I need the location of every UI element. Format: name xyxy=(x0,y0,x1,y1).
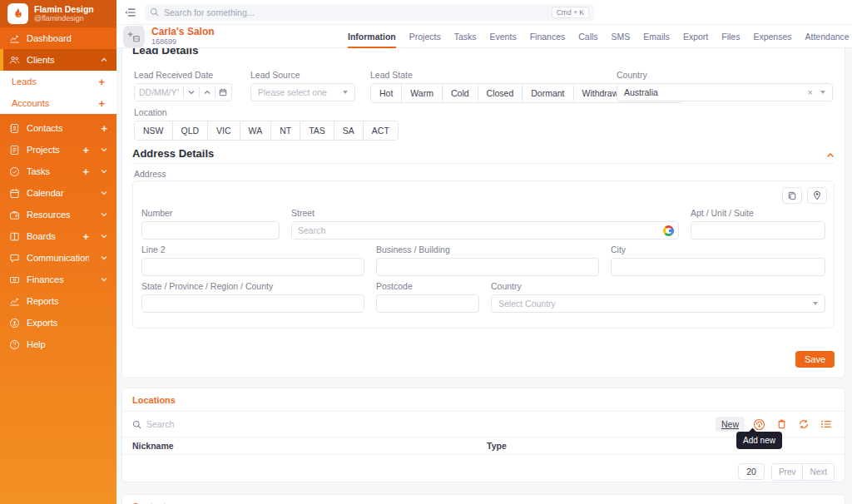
sidebar-item-accounts[interactable]: Accounts + xyxy=(0,92,116,114)
topbar: Search for something... Cmd + K xyxy=(116,0,852,25)
tab-export[interactable]: Export xyxy=(683,25,708,48)
tab-tasks[interactable]: Tasks xyxy=(454,25,477,48)
document-icon xyxy=(9,145,20,156)
lead-state-option-cold[interactable]: Cold xyxy=(442,84,478,102)
location-option-tas[interactable]: TAS xyxy=(300,121,334,140)
add-new-link[interactable]: New xyxy=(716,417,745,432)
tab-calls[interactable]: Calls xyxy=(578,25,597,48)
sidebar-item-projects[interactable]: Projects + xyxy=(0,139,116,161)
copy-icon[interactable] xyxy=(782,187,802,204)
lead-state-option-warm[interactable]: Warm xyxy=(401,84,442,102)
lead-country-label: Country xyxy=(617,70,833,80)
lead-received-date-input[interactable] xyxy=(135,84,183,101)
sidebar-collapse-icon[interactable] xyxy=(125,7,136,17)
lead-state-option-hot[interactable]: Hot xyxy=(371,84,401,102)
plus-icon[interactable]: + xyxy=(82,145,89,156)
lead-state-option-dormant[interactable]: Dormant xyxy=(522,84,572,102)
prev-button[interactable]: Prev xyxy=(772,464,803,480)
page-size-select[interactable]: 20 xyxy=(738,463,765,480)
sidebar-item-resources[interactable]: Resources xyxy=(0,204,116,225)
sidebar-item-clients[interactable]: Clients xyxy=(0,49,116,71)
location-option-act[interactable]: ACT xyxy=(363,121,398,140)
sidebar-item-leads[interactable]: Leads + xyxy=(0,71,116,92)
plus-icon[interactable]: + xyxy=(82,166,89,177)
chevron-down-icon xyxy=(343,91,348,94)
chevron-down-icon xyxy=(101,169,107,174)
refresh-icon[interactable] xyxy=(795,418,812,430)
add-photo-placeholder-icon[interactable] xyxy=(123,26,145,47)
number-input[interactable] xyxy=(141,221,280,240)
locations-empty-row xyxy=(122,455,845,462)
chevron-down-icon xyxy=(101,255,107,260)
tab-information[interactable]: Information xyxy=(348,25,396,48)
plus-icon[interactable]: + xyxy=(98,76,105,88)
street-search-input[interactable] xyxy=(292,222,663,239)
business-building-input[interactable] xyxy=(376,258,599,276)
tab-attendance[interactable]: Attendance xyxy=(805,25,850,48)
chevron-down-icon xyxy=(101,234,107,239)
contact-book-icon xyxy=(9,123,20,134)
lead-source-select[interactable]: Please select one xyxy=(250,83,355,101)
chevron-down-icon[interactable] xyxy=(184,89,199,96)
location-option-sa[interactable]: SA xyxy=(334,121,363,140)
location-state-group: NSW QLD VIC WA NT TAS SA ACT xyxy=(134,121,399,141)
users-icon xyxy=(9,55,20,66)
export-circle-icon xyxy=(9,318,20,329)
tab-expenses[interactable]: Expenses xyxy=(753,25,791,48)
lead-state-option-closed[interactable]: Closed xyxy=(478,84,523,102)
sidebar-item-exports[interactable]: Exports xyxy=(0,312,116,334)
tab-files[interactable]: Files xyxy=(721,25,740,48)
global-search-input[interactable]: Search for something... Cmd + K xyxy=(145,4,594,21)
locations-search-placeholder: Search xyxy=(146,419,174,429)
tab-emails[interactable]: Emails xyxy=(643,25,670,48)
client-name[interactable]: Carla's Salon xyxy=(151,26,215,37)
state-province-input[interactable] xyxy=(141,294,364,313)
sidebar-item-reports[interactable]: Reports xyxy=(0,290,116,312)
save-button[interactable]: Save xyxy=(795,351,835,368)
sidebar-item-help[interactable]: Help xyxy=(0,334,116,355)
map-pin-icon[interactable] xyxy=(807,187,827,204)
list-columns-icon[interactable] xyxy=(818,419,835,429)
columns-icon xyxy=(9,231,20,242)
location-option-nt[interactable]: NT xyxy=(270,121,300,140)
next-button[interactable]: Next xyxy=(802,464,834,480)
lead-received-date-label: Lead Received Date xyxy=(134,70,232,80)
collapse-chevron-up-icon[interactable] xyxy=(826,147,835,162)
plus-icon[interactable]: + xyxy=(101,123,107,134)
clients-submenu: Leads + Accounts + xyxy=(0,71,116,114)
tab-projects[interactable]: Projects xyxy=(409,25,441,48)
sidebar-item-tasks[interactable]: Tasks + xyxy=(0,161,116,182)
client-header: Carla's Salon 168699 Information Project… xyxy=(116,25,852,48)
location-option-wa[interactable]: WA xyxy=(240,121,271,140)
workspace-profile[interactable]: Flamin Design @flamindesign xyxy=(0,0,116,27)
clear-icon[interactable]: × xyxy=(808,87,813,97)
sidebar-item-communications[interactable]: Communications xyxy=(0,247,116,269)
plus-icon[interactable]: + xyxy=(82,231,89,242)
chevron-up-icon[interactable] xyxy=(200,89,215,96)
address-country-select[interactable]: Select Country xyxy=(491,294,825,313)
location-option-qld[interactable]: QLD xyxy=(172,121,208,140)
contacts-card: Contacts xyxy=(121,494,845,504)
sidebar-item-finances[interactable]: Finances xyxy=(0,269,116,290)
tab-finances[interactable]: Finances xyxy=(530,25,566,48)
tab-events[interactable]: Events xyxy=(490,25,517,48)
line2-label: Line 2 xyxy=(141,245,364,254)
location-option-vic[interactable]: VIC xyxy=(207,121,240,140)
sidebar-item-contacts[interactable]: Contacts + xyxy=(0,117,116,139)
trash-icon[interactable] xyxy=(773,418,790,430)
calendar-icon[interactable] xyxy=(215,88,230,96)
city-input[interactable] xyxy=(611,258,825,276)
sidebar-item-dashboard[interactable]: Dashboard xyxy=(0,27,116,49)
locations-search[interactable]: Search xyxy=(132,419,710,429)
line2-input[interactable] xyxy=(141,258,364,276)
tab-sms[interactable]: SMS xyxy=(612,25,631,48)
postcode-input[interactable] xyxy=(376,294,479,313)
apt-unit-suite-input[interactable] xyxy=(691,221,825,240)
flame-logo-icon xyxy=(7,3,28,24)
plus-icon[interactable]: + xyxy=(98,97,105,110)
column-type: Type xyxy=(487,441,507,451)
location-option-nsw[interactable]: NSW xyxy=(135,121,172,140)
sidebar-item-boards[interactable]: Boards + xyxy=(0,225,116,247)
sidebar-item-calendar[interactable]: Calendar xyxy=(0,182,116,204)
lead-country-select[interactable]: Australia × xyxy=(617,83,833,101)
